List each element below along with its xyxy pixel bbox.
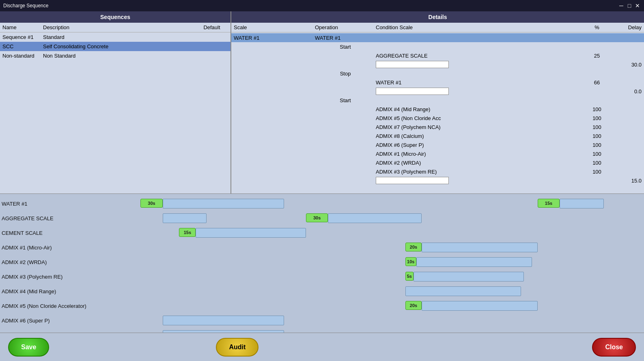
gantt-label-admix4: ADMIX #4 (Mid Range) xyxy=(2,288,91,294)
col-header-default: Default xyxy=(196,24,228,30)
detail-row-3: 30.0 xyxy=(231,60,644,69)
gantt-label-admix7: ADMIX #7 (Polychem NCA) xyxy=(2,332,91,333)
gantt-bar-green-agg: 30s xyxy=(306,213,328,222)
gantt-bar-blue-admix4 xyxy=(405,286,521,296)
sequences-panel: Sequences Name Description Default Seque… xyxy=(0,11,231,193)
detail-cond-15: ADMIX #3 (Polychem RE) xyxy=(376,169,585,175)
gantt-bar-green-cement: 15s xyxy=(179,228,196,237)
detail-row-5: WATER #1 66 xyxy=(231,78,644,87)
gantt-label-cement: CEMENT SCALE xyxy=(2,230,91,236)
gantt-label-admix6: ADMIX #6 (Super P) xyxy=(2,318,91,324)
gantt-row-admix2: ADMIX #2 (WRDA) 10s xyxy=(0,256,644,269)
gantt-bar-green-admix2: 10s xyxy=(405,257,416,266)
gantt-bar-blue-admix5 xyxy=(422,301,537,311)
save-button[interactable]: Save xyxy=(8,338,49,357)
gantt-track-admix7 xyxy=(91,330,642,333)
close-window-button[interactable]: ✕ xyxy=(634,2,641,9)
main-window: Sequences Name Description Default Seque… xyxy=(0,11,644,361)
seq-desc-2: Non Standard xyxy=(43,53,196,59)
seq-name-0: Sequence #1 xyxy=(2,34,43,40)
gantt-bar-blue-admix6 xyxy=(163,316,284,325)
sequence-row-0[interactable]: Sequence #1 Standard xyxy=(0,32,230,42)
detail-pct-12: 100 xyxy=(585,142,609,148)
detail-cond-10: ADMIX #7 (Polychem NCA) xyxy=(376,124,585,130)
gantt-bar-blue-admix3 xyxy=(414,272,524,281)
detail-input-cond-16[interactable] xyxy=(376,177,449,184)
gantt-label-water1: WATER #1 xyxy=(2,201,91,207)
gantt-track-admix4 xyxy=(91,286,642,296)
detail-pct-8: 100 xyxy=(585,106,609,112)
detail-input-cond-3[interactable] xyxy=(376,61,449,68)
detail-cond-5: WATER #1 xyxy=(376,80,585,86)
gantt-row-admix5: ADMIX #5 (Non Cloride Accelerator) 20s xyxy=(0,299,644,312)
gantt-row-admix3: ADMIX #3 (Polychem RE) 5s xyxy=(0,270,644,283)
gantt-row-admix4: ADMIX #4 (Mid Range) xyxy=(0,285,644,298)
gantt-bar-blue-cement xyxy=(196,228,306,238)
gantt-row-agg: AGGREGATE SCALE 30s xyxy=(0,212,644,225)
gantt-area: WATER #1 30s 15s AGGREGATE SCALE 30s xyxy=(0,194,644,333)
gantt-track-admix5: 20s xyxy=(91,301,642,311)
detail-row-2: AGGREGATE SCALE 25 xyxy=(231,51,644,60)
detail-cond-8: ADMIX #4 (Mid Range) xyxy=(376,106,585,112)
detail-row-16: 15.0 xyxy=(231,176,644,185)
detail-cond-13: ADMIX #1 (Micro-Air) xyxy=(376,151,585,157)
detail-delay-3: 30.0 xyxy=(609,62,642,68)
gantt-bar-green-admix5: 20s xyxy=(405,301,422,310)
detail-row-4: Stop xyxy=(231,69,644,78)
detail-pct-15: 100 xyxy=(585,169,609,175)
detail-pct-10: 100 xyxy=(585,124,609,130)
gantt-bar-blue-admix1 xyxy=(422,243,537,252)
detail-op-4: Stop xyxy=(315,71,376,77)
gantt-label-admix2: ADMIX #2 (WRDA) xyxy=(2,259,91,265)
detail-row-1: Start xyxy=(231,42,644,51)
detail-cond-11: ADMIX #8 (Calcium) xyxy=(376,133,585,139)
detail-scale-label-0: WATER #1 xyxy=(315,35,642,41)
detail-cond-12: ADMIX #6 (Super P) xyxy=(376,142,585,148)
gantt-label-admix3: ADMIX #3 (Polychem RE) xyxy=(2,274,91,280)
maximize-button[interactable]: □ xyxy=(626,2,633,9)
detail-row-11: ADMIX #8 (Calcium) 100 xyxy=(231,131,644,140)
title-bar: Discharge Sequence ─ □ ✕ xyxy=(0,0,644,11)
detail-row-7: Start xyxy=(231,96,644,105)
gantt-track-admix6 xyxy=(91,316,642,325)
dh-condscale: Condition Scale xyxy=(376,24,585,30)
gantt-track-agg: 30s xyxy=(91,213,642,223)
sequences-column-headers: Name Description Default xyxy=(0,23,230,32)
gantt-bar-blue-w1-2 xyxy=(560,199,604,208)
detail-row-9: ADMIX #5 (Non Cloride Acc 100 xyxy=(231,114,644,122)
gantt-label-agg: AGGREGATE SCALE xyxy=(2,215,91,221)
sequence-row-1[interactable]: SCC Self Consolidating Concrete xyxy=(0,42,230,51)
gantt-row-admix1: ADMIX #1 (Micro-Air) 20s xyxy=(0,241,644,254)
gantt-row-admix7: ADMIX #7 (Polychem NCA) xyxy=(0,329,644,333)
gantt-track-admix1: 20s xyxy=(91,243,642,252)
gantt-bar-blue-agg-1 xyxy=(163,213,207,223)
details-panel-header: Details xyxy=(231,11,644,23)
bottom-section: WATER #1 30s 15s AGGREGATE SCALE 30s xyxy=(0,194,644,333)
minimize-button[interactable]: ─ xyxy=(618,2,625,9)
gantt-bar-green-admix1: 20s xyxy=(405,243,422,251)
close-button[interactable]: Close xyxy=(592,338,636,357)
window-controls: ─ □ ✕ xyxy=(618,2,641,9)
col-header-name: Name xyxy=(2,24,43,30)
detail-input-cond-6[interactable] xyxy=(376,88,449,95)
detail-delay-16: 15.0 xyxy=(609,178,642,184)
details-content: WATER #1 WATER #1 Start AGGREGATE SCALE … xyxy=(231,32,644,193)
gantt-bar-green-w1-2: 15s xyxy=(538,199,560,208)
col-header-description: Description xyxy=(43,24,196,30)
detail-row-10: ADMIX #7 (Polychem NCA) 100 xyxy=(231,122,644,131)
sequence-row-2[interactable]: Non-standard Non Standard xyxy=(0,51,230,60)
gantt-bar-blue-agg-2 xyxy=(328,213,422,223)
audit-button[interactable]: Audit xyxy=(216,338,258,357)
sequences-panel-header: Sequences xyxy=(0,11,230,23)
detail-row-15: ADMIX #3 (Polychem RE) 100 xyxy=(231,167,644,176)
gantt-label-admix5: ADMIX #5 (Non Cloride Accelerator) xyxy=(2,303,91,309)
detail-cond-14: ADMIX #2 (WRDA) xyxy=(376,160,585,166)
detail-row-14: ADMIX #2 (WRDA) 100 xyxy=(231,158,644,167)
detail-pct-9: 100 xyxy=(585,115,609,121)
gantt-track-water1: 30s 15s xyxy=(91,199,642,208)
gantt-track-admix2: 10s xyxy=(91,257,642,267)
details-column-headers: Scale Operation Condition Scale % Delay xyxy=(231,23,644,32)
window-title: Discharge Sequence xyxy=(3,3,618,9)
gantt-row-admix6: ADMIX #6 (Super P) xyxy=(0,314,644,327)
seq-name-2: Non-standard xyxy=(2,53,43,59)
